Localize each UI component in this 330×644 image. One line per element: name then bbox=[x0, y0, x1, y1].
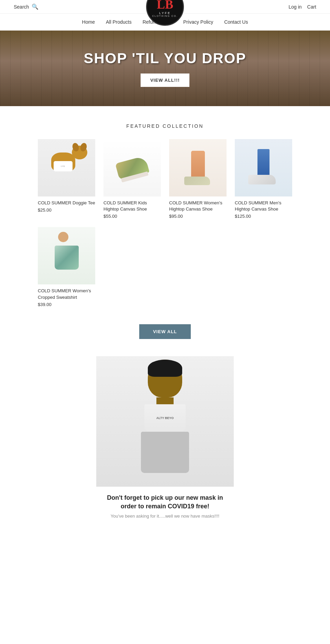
product-image-mens-shoe bbox=[235, 139, 292, 196]
hero-view-all-button[interactable]: VIEW ALL!!! bbox=[141, 74, 189, 87]
nav-contact-us[interactable]: Contact Us bbox=[224, 19, 248, 25]
product-card-sweatshirt[interactable]: COLD SUMMER Women's Cropped Sweatshirt $… bbox=[38, 227, 95, 307]
view-all-button[interactable]: VIEW ALL bbox=[139, 324, 191, 339]
hero-title: SHOP 'TIL YOU DROP bbox=[84, 50, 246, 67]
hero-banner: SHOP 'TIL YOU DROP VIEW ALL!!! bbox=[0, 31, 330, 106]
featured-collection: FEATURED COLLECTION LYFE C bbox=[0, 123, 330, 339]
search-label[interactable]: Search bbox=[14, 4, 29, 10]
login-link[interactable]: Log in bbox=[288, 4, 301, 10]
product-image-womens-shoe bbox=[169, 139, 227, 196]
hero-background bbox=[0, 31, 330, 106]
featured-title: FEATURED COLLECTION bbox=[0, 123, 330, 129]
product-price-womens-shoe: $95.00 bbox=[169, 214, 227, 219]
products-grid-row2: COLD SUMMER Women's Cropped Sweatshirt $… bbox=[31, 227, 299, 307]
mask-subcaption: You've been asking for it.....well we no… bbox=[103, 513, 227, 519]
logo-initials: LB bbox=[157, 0, 173, 11]
view-all-container: VIEW ALL bbox=[0, 324, 330, 339]
mask-person-figure: ALTY BEYO bbox=[131, 360, 199, 483]
product-card-mens-shoe[interactable]: COLD SUMMER Men's Hightop Canvas Shoe $1… bbox=[235, 139, 292, 219]
site-logo[interactable]: #AsMyCampRise LB LYFE CLOTHING CO. bbox=[146, 0, 184, 26]
product-name-sweatshirt: COLD SUMMER Women's Cropped Sweatshirt bbox=[38, 288, 95, 300]
site-header: Search 🔍 #AsMyCampRise LB LYFE CLOTHING … bbox=[0, 0, 330, 14]
mask-section: ALTY BEYO Don't forget to pick up our ne… bbox=[0, 356, 330, 519]
mask-caption: Don't forget to pick up our new mask in … bbox=[103, 494, 227, 511]
product-card-doggie[interactable]: LYFE COLD SUMMER Doggie Tee $25.00 bbox=[38, 139, 95, 219]
product-card-womens-shoe[interactable]: COLD SUMMER Women's Hightop Canvas Shoe … bbox=[169, 139, 227, 219]
cart-link[interactable]: Cart bbox=[307, 4, 316, 10]
nav-home[interactable]: Home bbox=[82, 19, 95, 25]
header-right: Log in Cart bbox=[165, 4, 316, 10]
product-image-sweatshirt bbox=[38, 227, 95, 284]
header-left: Search 🔍 bbox=[14, 3, 165, 10]
product-image-doggie: LYFE bbox=[38, 139, 95, 196]
product-price-doggie: $25.00 bbox=[38, 207, 95, 213]
product-name-doggie: COLD SUMMER Doggie Tee bbox=[38, 200, 95, 206]
products-grid-row1: LYFE COLD SUMMER Doggie Tee $25.00 bbox=[31, 139, 299, 219]
product-price-mens-shoe: $125.00 bbox=[235, 214, 292, 219]
product-price-sweatshirt: $39.00 bbox=[38, 302, 95, 307]
mask-image: ALTY BEYO bbox=[96, 356, 234, 487]
product-name-mens-shoe: COLD SUMMER Men's Hightop Canvas Shoe bbox=[235, 200, 292, 212]
logo-brand: LYFE bbox=[159, 11, 171, 15]
search-icon[interactable]: 🔍 bbox=[32, 3, 38, 10]
nav-privacy-policy[interactable]: Privacy Policy bbox=[183, 19, 213, 25]
logo-sub: CLOTHING CO. bbox=[152, 15, 178, 17]
product-name-kids-shoe: COLD SUMMER Kids Hightop Canvas Shoe bbox=[103, 200, 161, 212]
mask-item: ALTY BEYO bbox=[144, 404, 186, 432]
product-price-kids-shoe: $55.00 bbox=[103, 214, 161, 219]
nav-all-products[interactable]: All Products bbox=[106, 19, 132, 25]
product-name-womens-shoe: COLD SUMMER Women's Hightop Canvas Shoe bbox=[169, 200, 227, 212]
product-image-kids-shoe bbox=[103, 139, 161, 196]
product-card-kids-shoe[interactable]: COLD SUMMER Kids Hightop Canvas Shoe $55… bbox=[103, 139, 161, 219]
